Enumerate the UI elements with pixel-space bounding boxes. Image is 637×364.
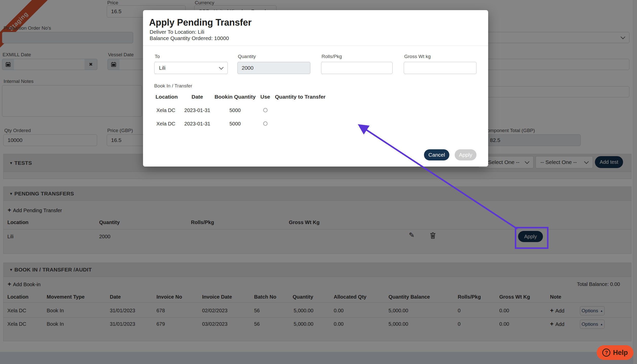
modal-cell-location: Xela DC xyxy=(156,107,175,113)
modal-col-bookin-qty: Bookin Quantity xyxy=(215,94,256,100)
help-button[interactable]: ? Help xyxy=(597,345,633,360)
rolls-pkg-input[interactable] xyxy=(321,62,393,74)
quantity-input: 2000 xyxy=(237,62,310,74)
modal-col-date: Date xyxy=(191,94,203,100)
bookin-transfer-section-label: Book In / Transfer xyxy=(154,83,192,89)
use-radio[interactable] xyxy=(263,108,268,112)
chevron-down-icon xyxy=(219,65,223,69)
modal-cancel-button[interactable]: Cancel xyxy=(424,149,449,160)
gross-wt-label: Gross Wt kg xyxy=(404,54,431,59)
modal-cell-location: Xela DC xyxy=(156,121,175,127)
quantity-value: 2000 xyxy=(242,65,254,71)
modal-cell-date: 2023-01-31 xyxy=(184,107,210,113)
question-mark-icon: ? xyxy=(602,349,610,357)
to-select[interactable]: Lili xyxy=(154,62,228,74)
modal-cell-qty: 5000 xyxy=(229,107,241,113)
to-select-value: Lili xyxy=(159,65,166,71)
modal-cell-date: 2023-01-31 xyxy=(184,121,210,127)
modal-cell-qty: 5000 xyxy=(229,121,241,127)
modal-col-location: Location xyxy=(155,94,178,100)
use-radio[interactable] xyxy=(263,121,268,126)
gross-wt-input[interactable] xyxy=(404,62,476,74)
help-label: Help xyxy=(613,349,628,357)
divider xyxy=(143,46,488,46)
modal-deliver-to: Deliver To Location: Lili xyxy=(150,29,204,35)
quantity-label: Quantity xyxy=(238,54,256,59)
app-page: Staging Price 16.5 Currency GBP - United… xyxy=(0,0,637,364)
apply-pending-transfer-modal: Apply Pending Transfer Deliver To Locati… xyxy=(143,10,488,167)
modal-title: Apply Pending Transfer xyxy=(149,17,252,28)
rolls-pkg-label: Rolls/Pkg xyxy=(322,54,342,59)
modal-col-use: Use xyxy=(260,94,270,100)
modal-balance-qty: Balance Quantity Ordered: 10000 xyxy=(150,35,229,41)
modal-col-qty-to-transfer: Quantity to Transfer xyxy=(275,94,326,100)
modal-apply-button-disabled[interactable]: Apply xyxy=(455,149,476,160)
to-label: To xyxy=(155,54,160,59)
annotation-highlight-box xyxy=(515,227,548,249)
